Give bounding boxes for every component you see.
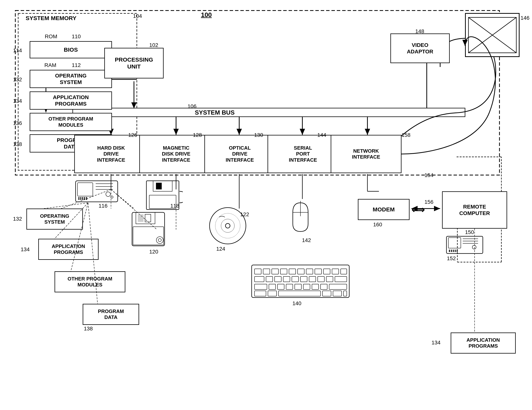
ext-program-data-box: PROGRAMDATA <box>83 304 139 325</box>
video-adaptor-box: VIDEOADAPTOR <box>390 34 450 63</box>
svg-point-63 <box>156 237 163 243</box>
rom-label: ROM <box>44 34 58 40</box>
network-interface-box: NETWORKINTERFACE <box>331 135 401 173</box>
remote-hdd-icon <box>446 235 484 254</box>
ref-114: 114 <box>13 47 22 54</box>
ref-136: 136 <box>13 120 22 126</box>
svg-rect-97 <box>295 284 301 289</box>
ref-100: 100 <box>201 11 212 19</box>
svg-rect-118 <box>456 250 457 252</box>
svg-rect-73 <box>263 269 270 274</box>
system-bus-label: SYSTEM BUS <box>193 109 236 116</box>
svg-marker-12 <box>300 129 305 135</box>
serial-port-interface-box: SERIALPORTINTERFACE <box>267 135 338 173</box>
svg-rect-116 <box>453 250 454 252</box>
svg-rect-85 <box>275 277 281 282</box>
ref-104: 104 <box>133 13 142 19</box>
ref-146: 146 <box>521 15 530 21</box>
svg-rect-89 <box>309 277 316 282</box>
system-memory-label: SYSTEM MEMORY <box>25 15 77 21</box>
bios-box: BIOS <box>30 41 112 58</box>
svg-point-47 <box>111 196 113 198</box>
svg-rect-90 <box>318 277 324 282</box>
processing-unit-box: PROCESSINGUNIT <box>104 48 164 78</box>
svg-rect-86 <box>283 277 290 282</box>
svg-rect-83 <box>255 277 264 282</box>
svg-point-68 <box>225 224 230 228</box>
ref-138a: 138 <box>13 141 22 147</box>
svg-rect-50 <box>82 197 83 200</box>
ref-106: 106 <box>188 103 197 109</box>
svg-rect-107 <box>343 291 347 296</box>
svg-rect-104 <box>278 291 321 296</box>
svg-rect-91 <box>326 277 333 282</box>
svg-marker-4 <box>131 102 137 109</box>
svg-rect-98 <box>303 284 310 289</box>
ref-112: 112 <box>72 62 81 68</box>
svg-rect-51 <box>84 197 85 200</box>
svg-rect-92 <box>335 277 347 282</box>
svg-rect-77 <box>298 269 304 274</box>
svg-rect-96 <box>286 284 293 289</box>
svg-rect-114 <box>449 250 450 252</box>
application-programs-box: APPLICATIONPROGRAMS <box>30 92 112 110</box>
svg-rect-100 <box>321 284 327 289</box>
svg-rect-55 <box>156 183 162 189</box>
diagram: 100 SYSTEM MEMORY 104 ROM 110 BIOS 114 R… <box>0 0 532 410</box>
ref-110: 110 <box>72 34 81 40</box>
ref-160: 160 <box>373 222 382 228</box>
mouse-icon <box>289 201 312 233</box>
svg-rect-41 <box>76 181 118 202</box>
ref-152: 152 <box>447 255 456 261</box>
svg-rect-101 <box>329 284 347 289</box>
ref-118: 118 <box>170 203 179 209</box>
svg-rect-62 <box>133 227 164 245</box>
keyboard-icon <box>251 264 350 298</box>
svg-rect-93 <box>255 284 267 289</box>
floppy-disk-icon <box>130 210 168 249</box>
svg-rect-99 <box>312 284 319 289</box>
svg-point-46 <box>106 192 110 196</box>
ref-134b: 134 <box>21 246 30 252</box>
ref-154: 154 <box>424 172 433 178</box>
svg-marker-10 <box>237 129 242 135</box>
svg-rect-102 <box>255 291 266 296</box>
svg-rect-82 <box>341 269 347 274</box>
remote-application-programs-box: APPLICATIONPROGRAMS <box>451 333 516 354</box>
ref-134a: 134 <box>13 98 22 104</box>
ref-150: 150 <box>465 229 474 235</box>
svg-rect-94 <box>269 284 276 289</box>
svg-marker-8 <box>173 129 179 135</box>
svg-rect-58 <box>132 212 165 246</box>
ref-102: 102 <box>149 42 158 48</box>
optical-drive-interface-box: OPTICALDRIVEINTERFACE <box>204 135 275 173</box>
svg-rect-105 <box>323 291 331 296</box>
svg-marker-27 <box>434 206 440 211</box>
svg-rect-115 <box>451 250 452 252</box>
svg-rect-61 <box>145 214 151 222</box>
svg-rect-48 <box>78 197 79 200</box>
svg-rect-75 <box>280 269 287 274</box>
ref-148: 148 <box>415 28 424 34</box>
svg-rect-106 <box>333 291 342 296</box>
magnetic-disk-interface-box: MAGNETICDISK DRIVEINTERFACE <box>139 135 213 173</box>
ref-116: 116 <box>99 203 108 209</box>
svg-point-66 <box>215 213 240 238</box>
ref-134c: 134 <box>432 340 440 346</box>
svg-rect-88 <box>300 277 307 282</box>
svg-marker-14 <box>365 129 370 135</box>
ram-label: RAM <box>44 62 57 68</box>
svg-rect-95 <box>277 284 284 289</box>
operating-system-box: OPERATINGSYSTEM <box>30 70 112 88</box>
svg-rect-79 <box>315 269 322 274</box>
svg-rect-103 <box>268 291 276 296</box>
monitor-box <box>465 13 520 57</box>
svg-rect-60 <box>138 214 143 222</box>
svg-point-113 <box>472 245 476 249</box>
svg-rect-109 <box>448 238 461 248</box>
ref-124: 124 <box>216 246 225 252</box>
svg-rect-76 <box>289 269 296 274</box>
ref-132b: 132 <box>13 216 22 222</box>
ref-130: 130 <box>254 132 263 138</box>
svg-rect-78 <box>306 269 313 274</box>
